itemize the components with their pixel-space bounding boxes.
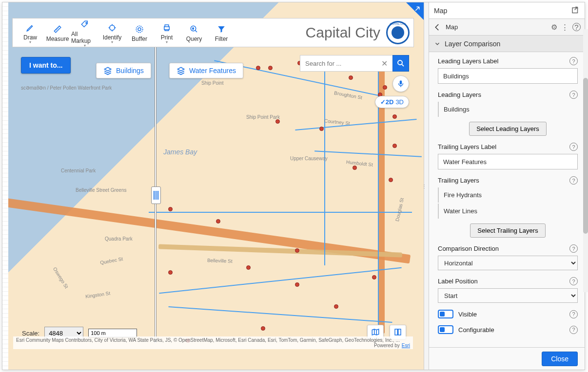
chevron-down-icon: ▾ — [84, 43, 86, 48]
visible-toggle[interactable] — [438, 310, 453, 318]
search-button[interactable] — [392, 55, 409, 72]
label-james-bay: James Bay — [163, 149, 197, 156]
help-icon[interactable]: ? — [569, 326, 578, 334]
section-header[interactable]: Layer Comparison — [429, 36, 585, 52]
toggle-label: Configurable — [458, 326, 494, 334]
help-icon[interactable]: ? — [569, 143, 578, 151]
label-belleville-st: Belleville St — [207, 258, 233, 264]
toggle-label: Visible — [458, 311, 477, 318]
tool-filter[interactable]: Filter — [208, 23, 235, 42]
chevron-down-icon — [434, 40, 441, 47]
swipe-handle[interactable] — [151, 186, 161, 204]
map-icon — [371, 328, 380, 336]
popup-icon[interactable] — [571, 6, 580, 15]
search-input[interactable] — [300, 55, 392, 72]
torn-edge-decoration — [2, 2, 8, 370]
gear-icon[interactable]: ⚙ — [551, 23, 557, 32]
ruler-icon — [53, 23, 62, 36]
tool-measure[interactable]: Measure — [44, 23, 71, 42]
geolocate-button[interactable] — [392, 75, 409, 92]
tool-label: All Markup — [71, 31, 98, 44]
tool-label: Measure — [46, 36, 69, 42]
brand-logo: CAPITAL CITY 1862 — [386, 21, 410, 44]
field-leading-layers: Leading Layers ? Buildings Select Leadin… — [438, 91, 578, 136]
scrollbar-track[interactable] — [583, 29, 588, 292]
layers-icon — [103, 66, 112, 75]
label-waterfront-park: scƏmaθƏn / Peter Pollen Waterfront Park — [21, 85, 112, 91]
chevron-down-icon: ▾ — [166, 40, 168, 44]
search-icon — [396, 59, 405, 68]
layer-item: Buildings — [438, 102, 578, 117]
tool-query[interactable]: ? Query — [180, 23, 208, 42]
select-leading-layers-button[interactable]: Select Leading Layers — [469, 122, 547, 136]
tool-draw[interactable]: Draw ▾ — [17, 21, 44, 44]
field-label: Label Position — [438, 278, 478, 285]
swipe-trailing-label: Water Features — [189, 67, 236, 74]
tool-label: Query — [186, 36, 202, 42]
configurable-toggle[interactable] — [438, 325, 453, 334]
tool-label: Buffer — [132, 36, 147, 42]
scale-label: Scale: — [22, 330, 39, 337]
layers-icon — [176, 66, 185, 75]
tool-buffer[interactable]: Buffer — [126, 23, 153, 42]
kebab-icon[interactable]: ⋮ — [561, 23, 568, 32]
swipe-divider[interactable] — [155, 47, 157, 343]
label-quadra-park: Quadra Park — [105, 236, 133, 242]
map-canvas[interactable]: scƏmaθƏn / Peter Pollen Waterfront Park … — [2, 2, 424, 370]
pencil-icon — [26, 21, 35, 34]
scrollbar-thumb[interactable] — [583, 78, 588, 234]
view-3d[interactable]: 3D — [395, 98, 404, 106]
layer-item: Water Lines — [438, 204, 578, 219]
label-position-select[interactable]: Start — [438, 288, 578, 303]
brand-ring-text: CAPITAL CITY — [390, 22, 406, 25]
chevron-down-icon: ▾ — [111, 40, 113, 44]
svg-point-2 — [138, 28, 141, 31]
field-label: Comparison Direction — [438, 245, 499, 252]
search-container: ✕ — [300, 55, 409, 72]
trailing-layers-label-input[interactable] — [438, 154, 578, 169]
tag-icon — [80, 18, 89, 31]
esri-link[interactable]: Esri — [402, 343, 410, 348]
comparison-direction-select[interactable]: Horizontal — [438, 256, 578, 270]
field-label: Leading Layers Label — [438, 57, 498, 65]
configurable-toggle-row: Configurable ? — [438, 325, 578, 334]
tool-all-markup[interactable]: All Markup ▾ — [71, 18, 98, 48]
help-icon[interactable]: ? — [569, 277, 578, 285]
swipe-leading-chip: Buildings — [96, 63, 151, 78]
back-button[interactable] — [433, 23, 442, 32]
panel-body: Leading Layers Label ? Leading Layers ? … — [429, 52, 585, 347]
svg-point-7 — [398, 60, 402, 65]
help-icon[interactable]: ? — [569, 57, 578, 65]
expand-icon — [413, 4, 422, 13]
panel-title: Map — [434, 7, 447, 15]
help-icon[interactable]: ? — [569, 244, 578, 253]
book-icon — [393, 328, 402, 336]
help-icon[interactable]: ? — [569, 310, 578, 318]
view-2d[interactable]: ✓2D — [380, 98, 394, 106]
swipe-leading-label: Buildings — [116, 67, 144, 74]
chevron-down-icon: ▾ — [29, 40, 31, 44]
expand-corner-button[interactable] — [406, 2, 424, 20]
tool-print[interactable]: Print ▾ — [153, 21, 180, 44]
help-icon[interactable]: ? — [569, 91, 578, 99]
tool-identify[interactable]: Identify ▾ — [98, 21, 126, 44]
microphone-icon — [396, 79, 405, 88]
help-icon[interactable]: ? — [569, 176, 578, 185]
i-want-to-button[interactable]: I want to... — [21, 57, 71, 74]
panel-resize-handle[interactable]: ⋮⋮ — [424, 2, 429, 370]
view-2d-3d-toggle[interactable]: ✓2D 3D — [375, 96, 409, 108]
svg-point-1 — [110, 25, 115, 30]
label-upper-causeway: Upper Causeway — [290, 156, 328, 161]
tool-label: Filter — [215, 36, 228, 42]
panel-header: Map — [429, 2, 585, 19]
svg-rect-9 — [572, 8, 578, 13]
leading-layers-label-input[interactable] — [438, 68, 578, 84]
powered-by: Powered by — [374, 343, 400, 348]
breadcrumb-text: Map — [446, 23, 458, 31]
field-label-position: Label Position ? Start — [438, 277, 578, 303]
clear-icon[interactable]: ✕ — [381, 59, 388, 68]
close-button[interactable]: Close — [542, 352, 578, 366]
help-icon[interactable]: ? — [572, 23, 581, 31]
select-trailing-layers-button[interactable]: Select Trailing Layers — [470, 223, 545, 238]
svg-rect-8 — [400, 80, 402, 84]
